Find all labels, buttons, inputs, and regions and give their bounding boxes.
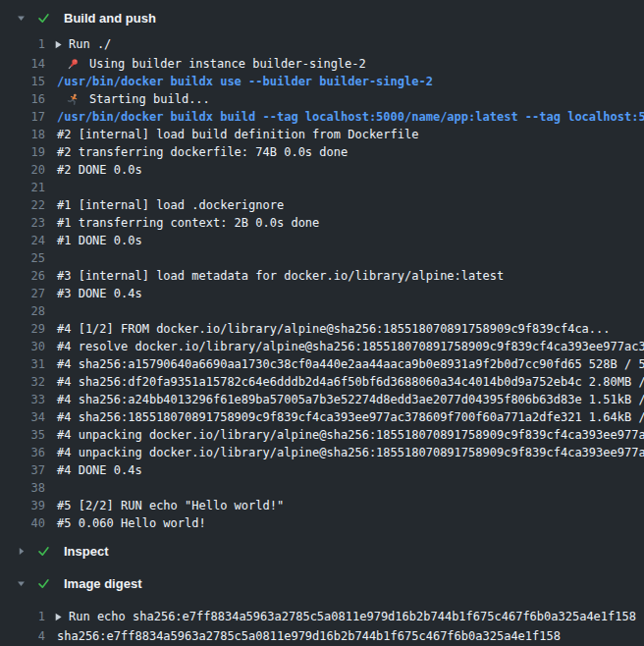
- line-text: /usr/bin/docker buildx build --tag local…: [57, 108, 644, 126]
- line-number[interactable]: 25: [0, 249, 45, 267]
- play-arrow-icon[interactable]: [54, 40, 63, 49]
- workflow-log-viewer: Build and push1Run ./14Using builder ins…: [0, 0, 644, 646]
- line-content: Using builder instance builder-single-2: [57, 55, 366, 73]
- log-line: 36#4 unpacking docker.io/library/alpine@…: [0, 444, 644, 461]
- log-line: 28: [0, 302, 644, 320]
- line-text: Run echo sha256:e7ff8834a5963a2785c5a081…: [69, 608, 636, 625]
- log-line: 1Run echo sha256:e7ff8834a5963a2785c5a08…: [0, 608, 644, 625]
- chevron-down-icon: [16, 13, 27, 24]
- line-content: #4 sha256:a15790640a6690aa1730c38cf0a440…: [57, 355, 644, 373]
- log-line: 18#2 [internal] load build definition fr…: [0, 126, 644, 143]
- line-number[interactable]: 15: [0, 73, 45, 90]
- line-text: #2 [internal] load build definition from…: [57, 126, 418, 143]
- line-number[interactable]: 23: [0, 214, 45, 232]
- chevron-right-icon: [16, 546, 27, 557]
- log-line: 30#4 resolve docker.io/library/alpine@sh…: [0, 338, 644, 355]
- line-content: Run ./: [54, 35, 111, 53]
- line-number[interactable]: 35: [0, 426, 45, 444]
- line-content: #4 sha256:df20fa9351a15782c64e6dddb2d4a6…: [57, 373, 644, 391]
- line-content: #2 [internal] load build definition from…: [57, 126, 418, 143]
- line-content: #5 [2/2] RUN echo "Hello world!": [57, 497, 284, 514]
- line-text: #4 [1/2] FROM docker.io/library/alpine@s…: [57, 320, 611, 338]
- line-content: #4 DONE 0.4s: [57, 461, 142, 479]
- line-number[interactable]: 21: [0, 179, 45, 196]
- line-number[interactable]: 30: [0, 338, 45, 355]
- log-line: 32#4 sha256:df20fa9351a15782c64e6dddb2d4…: [0, 373, 644, 391]
- line-number[interactable]: 17: [0, 108, 45, 126]
- log-line: 4sha256:e7ff8834a5963a2785c5a0811e979d16…: [0, 627, 644, 645]
- section-header-digest[interactable]: Image digest: [0, 574, 644, 592]
- line-number[interactable]: 32: [0, 373, 45, 391]
- line-text: #1 DONE 0.0s: [57, 232, 142, 249]
- line-content: #1 transferring context: 2B 0.0s done: [57, 214, 319, 232]
- line-number[interactable]: 37: [0, 461, 45, 479]
- line-text: #4 unpacking docker.io/library/alpine@sh…: [57, 426, 644, 444]
- line-text: #5 [2/2] RUN echo "Hello world!": [57, 497, 284, 514]
- line-number[interactable]: 26: [0, 267, 45, 285]
- line-text: Run ./: [69, 35, 111, 53]
- line-text: #4 resolve docker.io/library/alpine@sha2…: [57, 338, 644, 355]
- line-content: #1 [internal] load .dockerignore: [57, 196, 284, 214]
- line-number[interactable]: 19: [0, 143, 45, 161]
- line-number[interactable]: 39: [0, 497, 45, 514]
- line-number[interactable]: 16: [0, 90, 45, 108]
- line-content: #1 DONE 0.0s: [57, 232, 142, 249]
- line-number[interactable]: 34: [0, 408, 45, 426]
- line-number[interactable]: 20: [0, 161, 45, 179]
- line-number[interactable]: 1: [0, 35, 45, 53]
- line-content: #4 unpacking docker.io/library/alpine@sh…: [57, 426, 644, 444]
- log-line: 14Using builder instance builder-single-…: [0, 55, 644, 73]
- line-content: /usr/bin/docker buildx use --builder bui…: [57, 73, 433, 90]
- line-number[interactable]: 22: [0, 196, 45, 214]
- line-number[interactable]: 29: [0, 320, 45, 338]
- section-header-inspect[interactable]: Inspect: [0, 542, 644, 560]
- pushpin-icon: [67, 58, 80, 71]
- line-text: #5 0.060 Hello world!: [57, 514, 206, 532]
- log-line: 33#4 sha256:a24bb4013296f61e89ba57005a7b…: [0, 391, 644, 408]
- section-header-build[interactable]: Build and push: [0, 9, 644, 27]
- line-content: sha256:e7ff8834a5963a2785c5a0811e979d16b…: [57, 627, 561, 645]
- line-content: #4 sha256:185518070891758909c9f839cf4ca3…: [57, 408, 644, 426]
- line-text: #1 [internal] load .dockerignore: [57, 196, 284, 214]
- line-number[interactable]: 14: [0, 55, 45, 73]
- line-content: #3 [internal] load metadata for docker.i…: [57, 267, 504, 285]
- log-line: 38: [0, 479, 644, 497]
- line-number[interactable]: 33: [0, 391, 45, 408]
- log-line: 31#4 sha256:a15790640a6690aa1730c38cf0a4…: [0, 355, 644, 373]
- log-line: 17/usr/bin/docker buildx build --tag loc…: [0, 108, 644, 126]
- line-text: /usr/bin/docker buildx use --builder bui…: [57, 73, 433, 90]
- line-content: #2 transferring dockerfile: 74B 0.0s don…: [57, 143, 348, 161]
- line-number[interactable]: 40: [0, 514, 45, 532]
- line-text: #3 [internal] load metadata for docker.i…: [57, 267, 504, 285]
- line-content: #4 unpacking docker.io/library/alpine@sh…: [57, 444, 644, 461]
- line-text: #3 DONE 0.4s: [57, 285, 142, 302]
- line-text: Using builder instance builder-single-2: [89, 55, 366, 73]
- log-line: 23#1 transferring context: 2B 0.0s done: [0, 214, 644, 232]
- line-number[interactable]: 36: [0, 444, 45, 461]
- line-number[interactable]: 24: [0, 232, 45, 249]
- log-block-build: 1Run ./14Using builder instance builder-…: [0, 35, 644, 532]
- line-number[interactable]: 27: [0, 285, 45, 302]
- log-line: 35#4 unpacking docker.io/library/alpine@…: [0, 426, 644, 444]
- line-text: #4 sha256:a24bb4013296f61e89ba57005a7b3e…: [57, 391, 644, 408]
- line-number[interactable]: 18: [0, 126, 45, 143]
- line-number[interactable]: 1: [0, 608, 45, 625]
- line-number[interactable]: 38: [0, 479, 45, 497]
- line-content: #3 DONE 0.4s: [57, 285, 142, 302]
- line-text: #2 DONE 0.0s: [57, 161, 142, 179]
- runner-icon: [67, 93, 80, 106]
- line-number[interactable]: 28: [0, 302, 45, 320]
- log-line: 40#5 0.060 Hello world!: [0, 514, 644, 532]
- line-content: Starting build...: [57, 90, 210, 108]
- section-title-inspect: Inspect: [64, 544, 109, 559]
- line-number[interactable]: 4: [0, 627, 45, 645]
- line-number[interactable]: 31: [0, 355, 45, 373]
- check-icon: [37, 577, 50, 590]
- line-text: #4 sha256:df20fa9351a15782c64e6dddb2d4a6…: [57, 373, 644, 391]
- line-content: #5 0.060 Hello world!: [57, 514, 206, 532]
- play-arrow-icon[interactable]: [54, 613, 63, 621]
- section-title-digest: Image digest: [64, 576, 141, 591]
- log-line: 25: [0, 249, 644, 267]
- line-content: #4 sha256:a24bb4013296f61e89ba57005a7b3e…: [57, 391, 644, 408]
- log-line: 26#3 [internal] load metadata for docker…: [0, 267, 644, 285]
